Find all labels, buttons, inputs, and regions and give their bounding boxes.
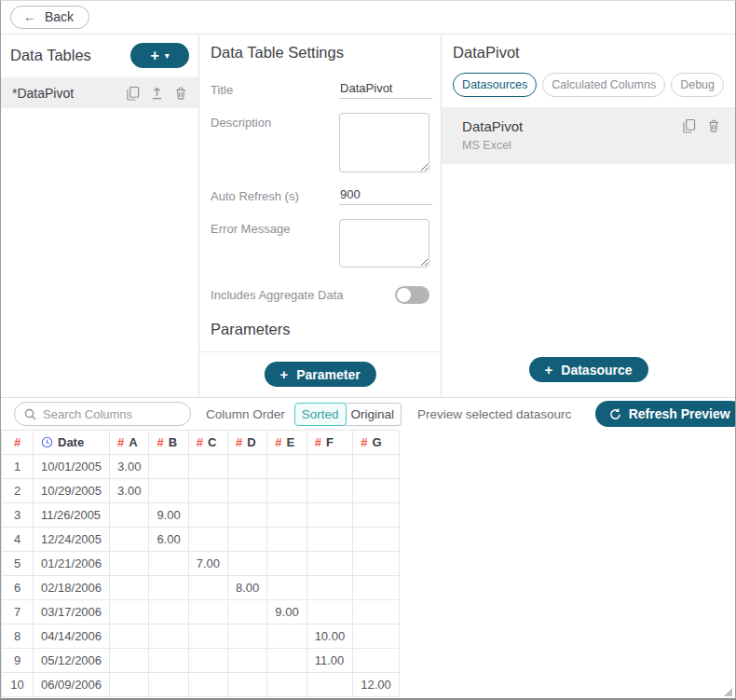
panels-row: Data Tables + ▾ *DataPivot <box>1 34 735 397</box>
search-columns-box[interactable] <box>14 402 191 426</box>
data-table-item-label: *DataPivot <box>12 86 74 101</box>
table-cell <box>110 600 149 625</box>
table-cell: 4 <box>2 528 34 552</box>
table-cell <box>228 503 267 528</box>
table-cell <box>228 649 267 673</box>
table-cell <box>353 479 400 503</box>
table-row: 905/12/200611.00 <box>2 649 400 673</box>
tab-datasources[interactable]: Datasources <box>453 73 537 97</box>
table-cell: 9.00 <box>149 503 188 528</box>
preview-table: #Date#A#B#C#D#E#F#G110/01/20053.00210/29… <box>1 430 400 697</box>
table-cell: 6 <box>2 576 34 600</box>
refresh-preview-label: Refresh Preview <box>629 406 730 421</box>
table-cell <box>267 673 307 697</box>
table-cell <box>353 600 400 625</box>
column-order-label: Column Order <box>206 407 285 421</box>
auto-refresh-label: Auto Refresh (s) <box>211 186 339 205</box>
table-cell: 8 <box>2 625 34 649</box>
numeric-type-icon: # <box>361 435 367 449</box>
table-cell <box>307 455 353 479</box>
column-header-E: #E <box>267 431 307 455</box>
table-cell <box>188 576 227 600</box>
table-cell <box>267 552 307 576</box>
numeric-type-icon: # <box>236 435 242 449</box>
table-cell: 04/14/2006 <box>34 625 110 649</box>
error-message-textarea[interactable] <box>339 219 429 268</box>
table-cell <box>228 455 267 479</box>
add-datasource-label: Datasource <box>561 363 632 377</box>
table-cell <box>307 503 353 528</box>
delete-icon[interactable] <box>707 118 720 133</box>
add-datasource-button[interactable]: + Datasource <box>529 357 648 382</box>
table-cell <box>188 649 227 673</box>
table-cell <box>188 528 227 552</box>
refresh-preview-button[interactable]: Refresh Preview <box>595 401 736 427</box>
add-parameter-button[interactable]: + Parameter <box>264 362 375 387</box>
description-field-row: Description <box>211 113 429 172</box>
sorted-option[interactable]: Sorted <box>294 403 347 426</box>
tab-debug[interactable]: Debug <box>671 73 724 97</box>
table-cell: 1 <box>2 455 34 479</box>
table-cell: 12.00 <box>353 673 400 697</box>
back-button-label: Back <box>45 9 74 24</box>
table-cell <box>149 576 188 600</box>
datasources-panel: DataPivot Datasources Calculated Columns… <box>442 34 735 397</box>
numeric-type-icon: # <box>197 435 203 449</box>
table-row: 412/24/20056.00 <box>2 528 400 552</box>
table-cell <box>149 600 188 625</box>
table-row: 110/01/20053.00 <box>2 455 400 479</box>
table-cell <box>110 528 149 552</box>
table-cell <box>267 625 307 649</box>
table-row: 1006/09/200612.00 <box>2 673 400 697</box>
aggregate-label: Includes Aggregate Data <box>211 288 343 302</box>
table-cell <box>228 528 267 552</box>
table-cell: 7.00 <box>188 552 227 576</box>
table-cell <box>228 600 267 625</box>
table-cell <box>228 625 267 649</box>
search-columns-input[interactable] <box>43 407 181 421</box>
aggregate-toggle[interactable] <box>395 286 429 304</box>
delete-icon[interactable] <box>174 86 187 101</box>
copy-icon[interactable] <box>682 118 696 133</box>
preview-header-row: #Date#A#B#C#D#E#F#G <box>2 431 400 455</box>
auto-refresh-input[interactable] <box>339 186 432 205</box>
data-table-list-item[interactable]: *DataPivot <box>1 77 198 108</box>
data-table-settings-panel: Data Table Settings Title Description Au… <box>199 34 442 397</box>
table-cell <box>307 479 353 503</box>
numeric-type-icon: # <box>157 435 163 449</box>
plus-icon: + <box>279 366 288 382</box>
table-cell <box>307 673 353 697</box>
copy-icon[interactable] <box>126 86 140 101</box>
back-button[interactable]: ← Back <box>10 6 89 29</box>
table-cell: 9.00 <box>267 600 307 625</box>
datasource-list-item[interactable]: DataPivot MS Excel <box>442 107 735 164</box>
table-cell <box>307 552 353 576</box>
error-message-field-row: Error Message <box>211 219 429 268</box>
table-cell: 3.00 <box>110 455 149 479</box>
table-cell: 11.00 <box>307 649 353 673</box>
data-tables-panel: Data Tables + ▾ *DataPivot <box>1 34 199 397</box>
column-header-A: #A <box>110 431 149 455</box>
table-cell: 12/24/2005 <box>34 528 110 552</box>
table-cell <box>228 673 267 697</box>
table-row: 210/29/20053.00 <box>2 479 400 503</box>
auto-refresh-field-row: Auto Refresh (s) <box>211 186 429 205</box>
table-cell <box>110 625 149 649</box>
table-cell <box>267 528 307 552</box>
table-cell: 03/17/2006 <box>34 600 110 625</box>
upload-icon[interactable] <box>150 86 164 101</box>
table-cell <box>267 649 307 673</box>
original-option[interactable]: Original <box>345 403 402 426</box>
column-header-C: #C <box>188 431 227 455</box>
resize-grip-icon <box>724 688 732 696</box>
table-cell <box>110 552 149 576</box>
description-label: Description <box>211 113 339 172</box>
description-textarea[interactable] <box>339 113 429 172</box>
preview-datasource-label: Preview selected datasource <box>417 407 579 421</box>
title-input[interactable] <box>339 80 432 99</box>
datasource-item-type: MS Excel <box>462 139 720 152</box>
datasources-panel-title: DataPivot <box>453 44 724 62</box>
tab-calculated-columns[interactable]: Calculated Columns <box>542 73 665 97</box>
add-data-table-button[interactable]: + ▾ <box>130 43 189 68</box>
table-cell: 06/09/2006 <box>34 673 110 697</box>
